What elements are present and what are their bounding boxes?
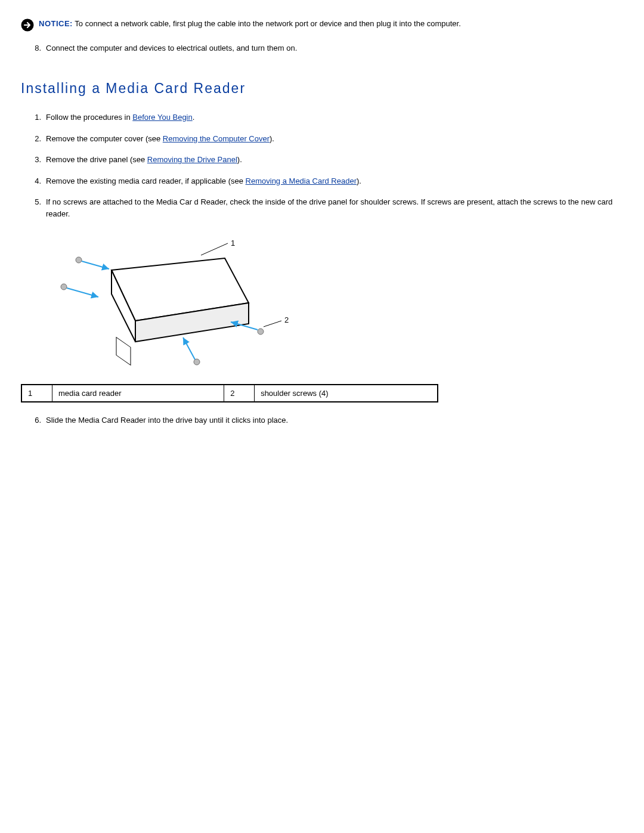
diagram-callout-2: 2 (284, 315, 289, 324)
media-card-reader-diagram: 1 2 (46, 237, 623, 372)
step-number: 6. (21, 414, 46, 426)
link-removing-media-card-reader[interactable]: Removing a Media Card Reader (246, 176, 357, 185)
step-number: 1. (21, 112, 46, 123)
step-text: If no screws are attached to the Media C… (46, 196, 623, 219)
table-row: 1 media card reader 2 shoulder screws (4… (21, 385, 438, 402)
step-1: 1. Follow the procedures in Before You B… (21, 112, 623, 123)
notice-body: To connect a network cable, first plug t… (73, 19, 461, 28)
svg-point-10 (194, 359, 200, 365)
callout-1-text: media card reader (52, 385, 224, 402)
step-number: 5. (21, 196, 46, 219)
notice-arrow-icon (21, 18, 34, 32)
step-number: 2. (21, 133, 46, 145)
callout-1-num: 1 (21, 385, 52, 402)
notice-label: NOTICE: (39, 19, 73, 28)
step-3: 3. Remove the drive panel (see Removing … (21, 154, 623, 166)
step-number: 3. (21, 154, 46, 166)
link-removing-drive-panel[interactable]: Removing the Drive Panel (147, 155, 237, 164)
svg-line-3 (82, 261, 109, 269)
step-number: 8. (21, 42, 46, 54)
notice-block: NOTICE: To connect a network cable, firs… (21, 18, 623, 32)
pre-section-steps: 8. Connect the computer and devices to e… (21, 42, 623, 54)
svg-line-4 (67, 288, 98, 297)
svg-line-11 (264, 321, 281, 327)
step-text: Remove the computer cover (see Removing … (46, 133, 623, 145)
step-6: 6. Slide the Media Card Reader into the … (21, 414, 623, 426)
callout-2-num: 2 (224, 385, 255, 402)
step-text: Remove the drive panel (see Removing the… (46, 154, 623, 166)
callout-legend-table: 1 media card reader 2 shoulder screws (4… (21, 384, 438, 403)
svg-rect-1 (116, 337, 131, 366)
step-number: 4. (21, 175, 46, 187)
diagram-callout-1: 1 (231, 239, 235, 247)
post-diagram-steps: 6. Slide the Media Card Reader into the … (21, 414, 623, 426)
step-4: 4. Remove the existing media card reader… (21, 175, 623, 187)
step-2: 2. Remove the computer cover (see Removi… (21, 133, 623, 145)
section-heading: Installing a Media Card Reader (21, 78, 623, 99)
step-text: Slide the Media Card Reader into the dri… (46, 414, 623, 426)
svg-point-8 (61, 284, 67, 290)
callout-2-text: shoulder screws (4) (255, 385, 438, 402)
step-8: 8. Connect the computer and devices to e… (21, 42, 623, 54)
svg-line-2 (201, 243, 228, 255)
install-steps: 1. Follow the procedures in Before You B… (21, 112, 623, 219)
step-text: Connect the computer and devices to elec… (46, 42, 623, 54)
svg-point-7 (76, 257, 82, 263)
step-5: 5. If no screws are attached to the Medi… (21, 196, 623, 219)
link-before-you-begin[interactable]: Before You Begin (132, 113, 192, 122)
svg-point-9 (258, 329, 264, 335)
notice-text: NOTICE: To connect a network cable, firs… (39, 18, 623, 30)
svg-line-6 (183, 337, 195, 360)
step-text: Remove the existing media card reader, i… (46, 175, 623, 187)
step-text: Follow the procedures in Before You Begi… (46, 112, 623, 123)
link-removing-computer-cover[interactable]: Removing the Computer Cover (163, 134, 270, 143)
